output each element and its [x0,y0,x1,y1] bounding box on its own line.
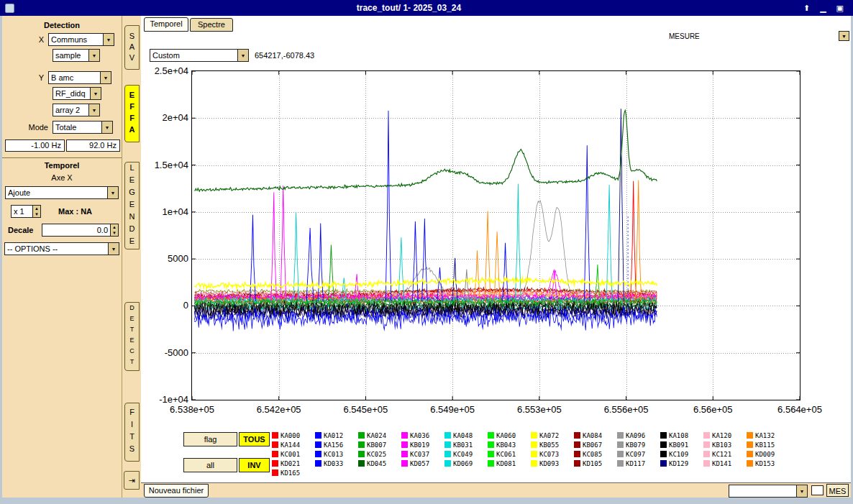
legend-label: KB091 [669,441,688,449]
x-sample-select[interactable]: sample ▼ [53,49,100,62]
legend-entry[interactable]: KA036 [401,431,444,440]
mes-button[interactable]: MES [826,484,849,497]
spin-down-icon[interactable]: ▼ [111,230,118,236]
legend-entry[interactable]: KD021 [272,459,315,468]
flag-button[interactable]: flag [183,432,237,446]
legend-entry[interactable]: KB079 [617,440,660,449]
legend-entry[interactable]: KA024 [358,431,401,440]
legend-swatch [574,432,580,439]
legend-entry[interactable]: KD057 [401,459,444,468]
legend-entry[interactable]: KC001 [272,449,315,459]
window-shade-icon[interactable]: ⬆ [803,1,810,15]
legend-entry[interactable]: KA012 [315,431,358,440]
legend-entry[interactable]: KD081 [488,459,531,468]
plot-canvas[interactable] [192,71,800,400]
legend-entry[interactable]: KD105 [574,459,617,468]
inv-button[interactable]: INV [239,458,270,472]
legend-entry[interactable]: KA096 [617,431,660,440]
legend-entry[interactable]: KC085 [574,449,617,459]
legend-entry[interactable]: KD117 [617,459,660,468]
legend-entry[interactable]: KA084 [574,431,617,440]
all-button[interactable]: all [183,458,237,472]
tab-spectre[interactable]: Spectre [190,18,233,32]
spin-down-icon[interactable]: ▼ [33,211,40,217]
range-select[interactable]: Custom ▼ [150,49,249,62]
control-sidebar: Detection X Communs ▼ sample ▼ Y B amc ▼… [2,16,122,498]
y-select[interactable]: B amc ▼ [48,71,111,84]
file-select[interactable]: ▼ [729,485,808,498]
tous-button[interactable]: TOUS [239,432,270,446]
legend-entry[interactable]: KC049 [444,449,488,459]
scale-spinner[interactable]: x 1 ▲ ▼ [11,205,41,218]
legend-entry[interactable]: KD045 [358,459,401,468]
legend-entry[interactable]: KC097 [617,449,660,459]
axe-x-select[interactable]: Ajoute ▼ [5,186,119,199]
legend-entry[interactable]: KB067 [574,440,617,449]
strip-collapse-button[interactable]: ⇥ [124,471,140,490]
legend-label: KC013 [324,451,343,458]
spinner-arrows[interactable]: ▲ ▼ [32,206,40,217]
mode-select[interactable]: Totale ▼ [53,121,113,134]
legend-entry[interactable]: KC037 [401,449,444,459]
legend-entry[interactable]: KA132 [747,431,790,440]
legend-entry[interactable]: KD141 [703,459,747,468]
legend-entry[interactable]: KA120 [703,431,747,440]
legend-entry[interactable]: KA108 [660,431,703,440]
window-minimize-icon[interactable]: ▁ [820,1,826,15]
tab-temporel[interactable]: Temporel [144,17,188,32]
y-array-select[interactable]: array 2 ▼ [53,104,100,116]
spin-up-icon[interactable]: ▲ [33,206,40,211]
legend-entry[interactable]: KD165 [272,468,315,477]
legend-entry[interactable]: KA072 [531,431,574,440]
legend-entry[interactable]: KB031 [444,440,488,449]
legend-entry[interactable]: KA060 [488,431,531,440]
legend-entry[interactable]: KA000 [272,431,315,440]
spinner-arrows[interactable]: ▲ ▼ [110,224,118,236]
legend-swatch [488,441,494,448]
strip-tab-legende[interactable]: LEGENDE [124,162,140,249]
legend-entry[interactable]: KD129 [660,459,703,468]
app-window: trace_tout/ 1- 2025_03_24 ⬆ ▁ ▣ Detectio… [0,0,853,504]
decale-spinner[interactable]: 0.0 ▲ ▼ [42,224,119,237]
legend-entry[interactable]: KD093 [531,459,574,468]
legend-entry[interactable]: KB115 [747,440,790,449]
strip-tab-effa[interactable]: EFFA [124,85,140,142]
window-menu-icon[interactable] [5,4,14,13]
legend-entry[interactable]: KC061 [488,449,531,459]
y-tick-label: -1e+04 [142,394,188,405]
legend-entry[interactable]: KC013 [315,449,358,459]
strip-tab-detect[interactable]: DETECT [124,302,140,371]
legend-entry[interactable]: KA048 [444,431,488,440]
window-maximize-icon[interactable]: ▣ [836,1,844,15]
freq-min-field[interactable]: -1.00 Hz [5,139,65,152]
legend-entry[interactable]: KC025 [358,449,401,459]
y-rf-select[interactable]: RF_didq ▼ [53,87,101,100]
legend-entry[interactable]: KC121 [703,449,747,459]
legend-swatch [617,432,624,439]
legend-entry[interactable]: KB103 [703,440,747,449]
legend-entry[interactable]: KB055 [531,440,574,449]
freq-max-field[interactable]: 92.0 Hz [66,139,120,152]
strip-tab-sav[interactable]: SAV [124,25,140,70]
legend-entry[interactable]: KD009 [747,449,790,459]
legend-entry[interactable]: KC109 [660,449,703,459]
strip-tab-fits[interactable]: FITS [124,403,140,462]
options-select[interactable]: -- OPTIONS -- ▼ [4,242,119,255]
legend-entry[interactable]: KA156 [315,440,358,449]
legend-entry[interactable]: KD069 [444,459,488,468]
nouveau-fichier-tab[interactable]: Nouveau fichier [144,484,209,498]
legend-entry[interactable]: KD153 [747,459,790,468]
mesure-dropdown-arrow[interactable]: ▼ [839,31,849,41]
legend-entry[interactable]: KB019 [401,440,444,449]
x-common-select[interactable]: Communs ▼ [48,33,114,46]
legend-entry[interactable]: KD033 [315,459,358,468]
spin-up-icon[interactable]: ▲ [111,224,118,230]
titlebar[interactable]: trace_tout/ 1- 2025_03_24 ⬆ ▁ ▣ [0,0,853,16]
legend-entry[interactable]: KB091 [660,440,703,449]
legend-entry[interactable]: KB007 [358,440,401,449]
legend-label: KD105 [583,460,602,467]
legend-entry[interactable]: KB043 [488,440,531,449]
legend-label: KB031 [453,441,473,449]
legend-entry[interactable]: KC073 [531,449,574,459]
legend-entry[interactable]: KA144 [272,440,315,449]
